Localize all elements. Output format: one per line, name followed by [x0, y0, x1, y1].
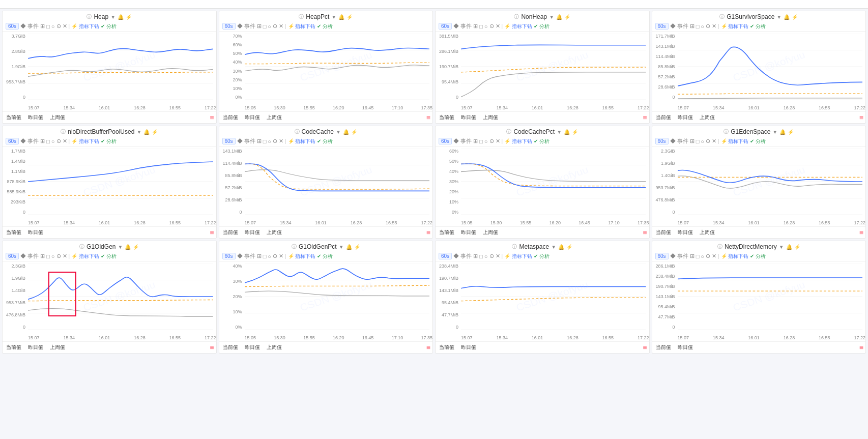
dropdown-icon[interactable]: ▼	[776, 14, 782, 20]
event-icon[interactable]: ◆ 事件	[453, 22, 472, 30]
interval-badge[interactable]: 60s	[439, 23, 452, 30]
bell-icon[interactable]: 🔔	[338, 14, 344, 20]
event-icon[interactable]: ◆ 事件	[20, 252, 39, 260]
expand-icon[interactable]: ⊞	[690, 138, 695, 144]
more-options-button[interactable]: ≡	[426, 113, 430, 122]
square-icon[interactable]: □	[479, 138, 483, 144]
target-icon[interactable]: ⊙	[56, 253, 61, 259]
event-icon[interactable]: ◆ 事件	[453, 252, 472, 260]
more-options-button[interactable]: ≡	[859, 343, 863, 352]
event-icon[interactable]: ◆ 事件	[237, 252, 255, 260]
circle-icon[interactable]: ○	[701, 253, 704, 259]
indicator-link[interactable]: ⚡ 指标下钻	[721, 138, 749, 145]
indicator-link[interactable]: ⚡ 指标下钻	[504, 253, 532, 260]
expand-icon[interactable]: ⊞	[690, 23, 695, 30]
indicator-link[interactable]: ⚡ 指标下钻	[504, 23, 532, 30]
info-icon[interactable]: ⓘ	[86, 13, 92, 20]
analyze-link[interactable]: ✔ 分析	[317, 253, 333, 260]
dropdown-icon[interactable]: ▼	[331, 14, 336, 20]
event-icon[interactable]: ◆ 事件	[670, 22, 688, 30]
more-options-button[interactable]: ≡	[426, 343, 430, 352]
bell-icon[interactable]: 🔔	[784, 14, 790, 20]
square-icon[interactable]: □	[46, 23, 50, 30]
target-icon[interactable]: ⊙	[706, 253, 710, 259]
more-options-button[interactable]: ≡	[643, 113, 647, 122]
analyze-link[interactable]: ✔ 分析	[101, 253, 117, 260]
dropdown-icon[interactable]: ▼	[339, 244, 344, 250]
dropdown-icon[interactable]: ▼	[110, 14, 115, 20]
analyze-link[interactable]: ✔ 分析	[534, 138, 549, 145]
bolt-icon[interactable]: ⚡	[351, 129, 357, 135]
interval-badge[interactable]: 60s	[222, 23, 236, 30]
indicator-link[interactable]: ⚡ 指标下钻	[721, 253, 749, 260]
circle-icon[interactable]: ○	[484, 23, 488, 30]
bolt-icon[interactable]: ⚡	[564, 14, 570, 20]
more-options-button[interactable]: ≡	[859, 113, 863, 122]
info-icon[interactable]: ⓘ	[292, 243, 297, 250]
target-icon[interactable]: ⊙	[706, 138, 710, 144]
indicator-link[interactable]: ⚡ 指标下钻	[288, 253, 316, 260]
close-icon[interactable]: ✕	[712, 253, 716, 259]
close-icon[interactable]: ✕	[279, 23, 283, 30]
bell-icon[interactable]: 🔔	[779, 129, 786, 135]
analyze-link[interactable]: ✔ 分析	[317, 138, 333, 145]
square-icon[interactable]: □	[263, 138, 267, 144]
close-icon[interactable]: ✕	[496, 23, 500, 30]
event-icon[interactable]: ◆ 事件	[20, 22, 39, 30]
square-icon[interactable]: □	[696, 138, 700, 144]
interval-badge[interactable]: 60s	[655, 23, 669, 30]
circle-icon[interactable]: ○	[51, 253, 55, 259]
circle-icon[interactable]: ○	[484, 253, 488, 259]
square-icon[interactable]: □	[479, 253, 483, 259]
expand-icon[interactable]: ⊞	[257, 253, 262, 259]
bolt-icon[interactable]: ⚡	[346, 14, 353, 20]
expand-icon[interactable]: ⊞	[40, 138, 45, 144]
bell-icon[interactable]: 🔔	[786, 244, 792, 250]
interval-badge[interactable]: 60s	[6, 23, 19, 30]
event-icon[interactable]: ◆ 事件	[237, 22, 255, 30]
analyze-link[interactable]: ✔ 分析	[750, 138, 766, 145]
indicator-link[interactable]: ⚡ 指标下钻	[288, 23, 316, 30]
close-icon[interactable]: ✕	[712, 138, 716, 144]
indicator-link[interactable]: ⚡ 指标下钻	[721, 23, 749, 30]
bolt-icon[interactable]: ⚡	[133, 244, 139, 250]
square-icon[interactable]: □	[46, 138, 50, 144]
target-icon[interactable]: ⊙	[489, 253, 494, 259]
expand-icon[interactable]: ⊞	[473, 253, 478, 259]
close-icon[interactable]: ✕	[496, 253, 500, 259]
expand-icon[interactable]: ⊞	[257, 138, 262, 144]
more-options-button[interactable]: ≡	[210, 343, 214, 352]
more-options-button[interactable]: ≡	[643, 343, 647, 352]
dropdown-icon[interactable]: ▼	[551, 244, 556, 250]
square-icon[interactable]: □	[479, 23, 483, 30]
bolt-icon[interactable]: ⚡	[126, 14, 132, 20]
close-icon[interactable]: ✕	[496, 138, 500, 144]
info-icon[interactable]: ⓘ	[506, 128, 511, 135]
close-icon[interactable]: ✕	[63, 138, 67, 144]
square-icon[interactable]: □	[263, 253, 267, 259]
target-icon[interactable]: ⊙	[273, 253, 277, 259]
bolt-icon[interactable]: ⚡	[788, 129, 794, 135]
analyze-link[interactable]: ✔ 分析	[101, 23, 117, 30]
event-icon[interactable]: ◆ 事件	[670, 137, 688, 145]
more-options-button[interactable]: ≡	[859, 228, 863, 237]
event-icon[interactable]: ◆ 事件	[237, 137, 255, 145]
bolt-icon[interactable]: ⚡	[354, 244, 360, 250]
interval-badge[interactable]: 60s	[222, 253, 236, 259]
bell-icon[interactable]: 🔔	[343, 129, 349, 135]
target-icon[interactable]: ⊙	[56, 138, 61, 144]
square-icon[interactable]: □	[46, 253, 50, 259]
dropdown-icon[interactable]: ▼	[557, 129, 562, 135]
bell-icon[interactable]: 🔔	[125, 244, 131, 250]
analyze-link[interactable]: ✔ 分析	[101, 138, 117, 145]
event-icon[interactable]: ◆ 事件	[20, 137, 39, 145]
analyze-link[interactable]: ✔ 分析	[750, 253, 766, 260]
target-icon[interactable]: ⊙	[706, 23, 710, 30]
indicator-link[interactable]: ⚡ 指标下钻	[504, 138, 532, 145]
more-options-button[interactable]: ≡	[643, 228, 647, 237]
expand-icon[interactable]: ⊞	[473, 23, 478, 30]
interval-badge[interactable]: 60s	[439, 253, 452, 259]
close-icon[interactable]: ✕	[279, 138, 283, 144]
interval-badge[interactable]: 60s	[222, 138, 236, 144]
target-icon[interactable]: ⊙	[489, 23, 494, 30]
